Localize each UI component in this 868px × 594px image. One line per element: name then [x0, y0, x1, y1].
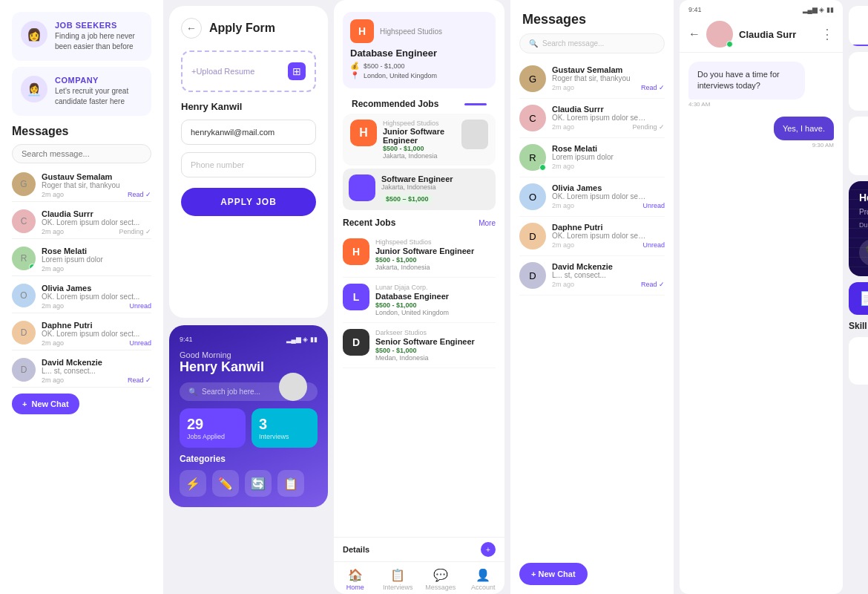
category-icon-2[interactable]: 🔄	[245, 470, 272, 497]
job-company: Highspeed Studios	[375, 238, 496, 246]
contact-buttons: 📞 ✉️	[859, 239, 868, 266]
avatar: G	[12, 172, 36, 196]
msg-time: 2m ago	[42, 191, 64, 198]
details-icon[interactable]: +	[481, 542, 496, 557]
left-sidebar: 👩 JOB SEEKERS Finding a job here never b…	[0, 0, 163, 594]
list-item[interactable]: R Rose Melati Lorem ipsum dolor 2m ago	[12, 244, 151, 276]
signal-icons: ▂▄▆ ◈ ▮▮	[286, 336, 318, 343]
nav-home[interactable]: 🏠 Home	[334, 568, 377, 591]
list-item[interactable]: G Gustauv Semalam Roger that sir, thanky…	[519, 59, 665, 99]
msg-name: Claudia Surrr	[552, 105, 665, 114]
msg-preview: Roger that sir, thankyou	[42, 181, 151, 189]
list-item[interactable]: O Olivia James OK. Lorem ipsum dolor sec…	[519, 177, 665, 217]
job-seekers-card[interactable]: 👩 JOB SEEKERS Finding a job here never b…	[12, 12, 151, 61]
upload-resume-text: +Upload Resume	[191, 67, 254, 76]
msg-time: 2m ago	[42, 376, 64, 384]
list-item[interactable]: O Olivia James OK. Lorem ipsum dolor sec…	[12, 281, 151, 313]
list-item[interactable]: D David Mckenzie L... st, consect... 2m …	[12, 355, 151, 388]
list-item[interactable]: C Claudia Surrr OK. Lorem ipsum dolor se…	[12, 206, 151, 239]
rec-job-logo: H	[350, 120, 377, 146]
list-item[interactable]: D Darkseer Studios Senior Software Engin…	[343, 323, 496, 368]
apply-form-title: Apply Form	[209, 22, 275, 35]
msg-status: Read ✓	[128, 191, 151, 198]
job-salary: $500 - $1,000	[375, 256, 496, 264]
recommended-job-card[interactable]: H Highspeed Studios Junior Software Engi…	[343, 114, 496, 166]
msg-name: Claudia Surrr	[42, 209, 151, 218]
back-button[interactable]: ←	[181, 18, 202, 39]
interviews-number: 3	[259, 416, 310, 433]
nav-home-right[interactable]: 🏠 Home	[849, 6, 868, 46]
msg-time: 2m ago	[552, 163, 574, 170]
msg-preview: OK. Lorem ipsum dolor sect...	[552, 232, 648, 240]
job-location: Jakarta, Indonesia	[375, 264, 496, 271]
phone-greeting: Good Morning	[180, 350, 318, 359]
stats-row: 29 Jobs Applied 3 Interviews	[180, 408, 318, 448]
nav-account-label: Account	[471, 584, 496, 591]
more-options-button[interactable]: ⋮	[821, 26, 834, 42]
plus-icon: +	[22, 399, 27, 408]
left-search-input[interactable]	[12, 144, 151, 163]
profile-name: Henry Ko	[859, 192, 868, 203]
recommended-indicator	[464, 103, 487, 105]
phone-time: 9:41	[180, 336, 193, 343]
interviews-icon: 📋	[390, 568, 405, 582]
msg-status: Pending ✓	[632, 123, 665, 131]
categories-section: Categories ⚡ ✏️ 🔄 📋	[180, 454, 318, 497]
top-job-logo: H	[350, 19, 374, 43]
email-field[interactable]	[181, 120, 316, 145]
resume-card[interactable]: 📄 My Resume david_resume.pdf	[849, 282, 868, 315]
featured-job-logo	[349, 174, 375, 201]
job-title: Senior Software Engineer	[375, 337, 496, 346]
msg-name: Rose Melati	[552, 144, 665, 153]
list-item[interactable]: D Daphne Putri OK. Lorem ipsum dolor sec…	[519, 217, 665, 256]
list-item[interactable]: G Gustauv Semalam Roger that sir, thanky…	[12, 169, 151, 202]
recommended-title: Recommended Jobs	[352, 99, 438, 109]
list-item[interactable]: C Claudia Surrr OK. Lorem ipsum dolor se…	[519, 99, 665, 138]
list-item[interactable]: D Daphne Putri OK. Lorem ipsum dolor sec…	[12, 318, 151, 350]
left-messages-list: G Gustauv Semalam Roger that sir, thanky…	[12, 169, 151, 388]
top-job-salary: $500 - $1,000	[364, 62, 405, 70]
top-job-card: H Highspeed Studios Database Engineer 💰 …	[343, 12, 496, 88]
apply-form-column: ← Apply Form +Upload Resume ⊞ Henry Kanw…	[163, 0, 334, 594]
jobs-applied-label: Jobs Applied	[187, 433, 238, 440]
nav-account[interactable]: 👤 Account	[462, 568, 505, 591]
job-title: Junior Software Engineer	[375, 247, 496, 255]
upload-resume-box[interactable]: +Upload Resume ⊞	[181, 50, 316, 92]
company-title: COMPANY	[55, 76, 142, 85]
search-placeholder-text: Search job here...	[202, 388, 260, 396]
list-item[interactable]: R Rose Melati Lorem ipsum dolor 2m ago	[519, 138, 665, 177]
msg-status: Unread	[129, 339, 151, 347]
chat-time: 9:41	[688, 6, 702, 13]
apply-job-button[interactable]: APPLY JOB	[181, 188, 316, 216]
category-icon-1[interactable]: ✏️	[212, 470, 239, 497]
company-card[interactable]: 👩‍💼 COMPANY Let's recruit your great can…	[12, 67, 151, 116]
avatar: R	[519, 144, 546, 171]
chat-user-name: Claudia Surr	[739, 29, 815, 40]
phone-field[interactable]	[181, 152, 316, 177]
messages-search[interactable]: 🔍 Search message...	[519, 33, 665, 53]
account-icon: 👤	[476, 568, 490, 582]
avatar: O	[519, 183, 546, 210]
more-link[interactable]: More	[479, 219, 496, 227]
phone-contact-button[interactable]: 📞	[859, 239, 868, 266]
category-icon-0[interactable]: ⚡	[180, 470, 206, 497]
job-salary: $500 - $1,000	[375, 347, 496, 354]
featured-job-card[interactable]: Software Engineer Jakarta, Indonesia $50…	[343, 169, 496, 210]
msg-preview: OK. Lorem ipsum dolor sect...	[42, 218, 151, 226]
search-placeholder: Search message...	[542, 39, 604, 48]
avatar: G	[519, 65, 546, 92]
chat-back-button[interactable]: ←	[688, 27, 700, 41]
right-top-nav: 🏠 Home 📋 Interviews	[849, 6, 868, 46]
nav-messages[interactable]: 💬 Messages	[419, 568, 462, 591]
new-chat-button[interactable]: + New Chat	[12, 394, 79, 414]
nav-interviews[interactable]: 📋 Interviews	[377, 568, 420, 591]
category-icon-3[interactable]: 📋	[277, 470, 304, 497]
list-item[interactable]: L Lunar Djaja Corp. Database Engineer $5…	[343, 278, 496, 323]
list-item[interactable]: D David Mckenzie L... st, consect... 2m …	[519, 256, 665, 296]
msg-preview: Roger that sir, thankyou	[552, 74, 648, 82]
new-chat-button[interactable]: + New Chat	[519, 563, 588, 585]
list-item[interactable]: H Highspeed Studios Junior Software Engi…	[343, 232, 496, 278]
msg-status: Unread	[642, 202, 665, 209]
top-job-title: Database Engineer	[350, 48, 488, 59]
msg-name: David Mckenzie	[552, 262, 665, 271]
